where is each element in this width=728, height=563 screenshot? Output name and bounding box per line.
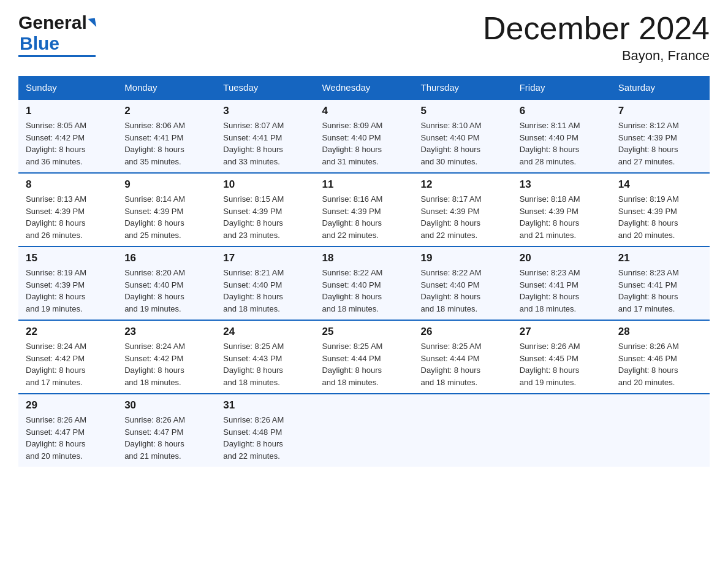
- calendar-cell: 11 Sunrise: 8:16 AM Sunset: 4:39 PM Dayl…: [314, 173, 413, 247]
- day-number: 31: [223, 399, 307, 412]
- calendar-week-row: 1 Sunrise: 8:05 AM Sunset: 4:42 PM Dayli…: [18, 99, 710, 173]
- day-info: Sunrise: 8:13 AM Sunset: 4:39 PM Dayligh…: [26, 193, 110, 241]
- calendar-week-row: 22 Sunrise: 8:24 AM Sunset: 4:42 PM Dayl…: [18, 320, 710, 394]
- day-number: 1: [26, 105, 110, 117]
- day-info: Sunrise: 8:23 AM Sunset: 4:41 PM Dayligh…: [618, 267, 702, 315]
- day-number: 27: [520, 326, 604, 338]
- day-info: Sunrise: 8:18 AM Sunset: 4:39 PM Dayligh…: [520, 193, 604, 241]
- day-number: 23: [124, 326, 208, 338]
- page-header: General Blue December 2024 Bayon, France: [18, 12, 710, 64]
- calendar-cell: 28 Sunrise: 8:26 AM Sunset: 4:46 PM Dayl…: [611, 320, 710, 394]
- calendar-cell: 7 Sunrise: 8:12 AM Sunset: 4:39 PM Dayli…: [611, 99, 710, 173]
- calendar-cell: [512, 394, 611, 467]
- day-number: 15: [26, 252, 110, 264]
- col-header-monday: Monday: [117, 76, 216, 99]
- logo-underline: [18, 55, 96, 57]
- title-area: December 2024 Bayon, France: [483, 12, 710, 64]
- calendar-cell: 19 Sunrise: 8:22 AM Sunset: 4:40 PM Dayl…: [414, 247, 512, 320]
- calendar-cell: 16 Sunrise: 8:20 AM Sunset: 4:40 PM Dayl…: [117, 247, 216, 320]
- calendar-cell: 27 Sunrise: 8:26 AM Sunset: 4:45 PM Dayl…: [512, 320, 611, 394]
- calendar-cell: [414, 394, 512, 467]
- day-number: 14: [618, 178, 702, 191]
- calendar-cell: 8 Sunrise: 8:13 AM Sunset: 4:39 PM Dayli…: [18, 173, 117, 247]
- day-number: 9: [124, 178, 208, 191]
- col-header-friday: Friday: [512, 76, 611, 99]
- calendar-week-row: 29 Sunrise: 8:26 AM Sunset: 4:47 PM Dayl…: [18, 394, 710, 467]
- day-info: Sunrise: 8:10 AM Sunset: 4:40 PM Dayligh…: [421, 120, 505, 167]
- calendar-cell: 23 Sunrise: 8:24 AM Sunset: 4:42 PM Dayl…: [117, 320, 216, 394]
- day-info: Sunrise: 8:07 AM Sunset: 4:41 PM Dayligh…: [223, 120, 307, 167]
- day-number: 4: [322, 105, 406, 117]
- calendar-cell: 6 Sunrise: 8:11 AM Sunset: 4:40 PM Dayli…: [512, 99, 611, 173]
- col-header-wednesday: Wednesday: [314, 76, 413, 99]
- day-number: 24: [223, 326, 307, 338]
- day-number: 12: [421, 178, 505, 191]
- location: Bayon, France: [483, 48, 710, 64]
- calendar-cell: 13 Sunrise: 8:18 AM Sunset: 4:39 PM Dayl…: [512, 173, 611, 247]
- calendar-cell: 31 Sunrise: 8:26 AM Sunset: 4:48 PM Dayl…: [216, 394, 314, 467]
- day-info: Sunrise: 8:26 AM Sunset: 4:45 PM Dayligh…: [520, 340, 604, 388]
- col-header-sunday: Sunday: [18, 76, 117, 99]
- day-number: 20: [520, 252, 604, 264]
- calendar-cell: 12 Sunrise: 8:17 AM Sunset: 4:39 PM Dayl…: [414, 173, 512, 247]
- day-number: 5: [421, 105, 505, 117]
- day-number: 13: [520, 178, 604, 191]
- day-info: Sunrise: 8:06 AM Sunset: 4:41 PM Dayligh…: [124, 120, 208, 167]
- calendar-cell: 18 Sunrise: 8:22 AM Sunset: 4:40 PM Dayl…: [314, 247, 413, 320]
- calendar-cell: [314, 394, 413, 467]
- day-info: Sunrise: 8:26 AM Sunset: 4:46 PM Dayligh…: [618, 340, 702, 388]
- calendar-cell: 21 Sunrise: 8:23 AM Sunset: 4:41 PM Dayl…: [611, 247, 710, 320]
- logo-arrow-icon: [88, 18, 96, 28]
- day-number: 28: [618, 326, 702, 338]
- day-number: 22: [26, 326, 110, 338]
- calendar-cell: 30 Sunrise: 8:26 AM Sunset: 4:47 PM Dayl…: [117, 394, 216, 467]
- day-info: Sunrise: 8:15 AM Sunset: 4:39 PM Dayligh…: [223, 193, 307, 241]
- day-info: Sunrise: 8:12 AM Sunset: 4:39 PM Dayligh…: [618, 120, 702, 167]
- day-info: Sunrise: 8:26 AM Sunset: 4:48 PM Dayligh…: [223, 414, 307, 462]
- calendar-cell: 5 Sunrise: 8:10 AM Sunset: 4:40 PM Dayli…: [414, 99, 512, 173]
- col-header-thursday: Thursday: [414, 76, 512, 99]
- col-header-tuesday: Tuesday: [216, 76, 314, 99]
- day-number: 16: [124, 252, 208, 264]
- calendar-cell: 4 Sunrise: 8:09 AM Sunset: 4:40 PM Dayli…: [314, 99, 413, 173]
- day-info: Sunrise: 8:22 AM Sunset: 4:40 PM Dayligh…: [421, 267, 505, 315]
- calendar-cell: 1 Sunrise: 8:05 AM Sunset: 4:42 PM Dayli…: [18, 99, 117, 173]
- day-info: Sunrise: 8:25 AM Sunset: 4:43 PM Dayligh…: [223, 340, 307, 388]
- day-number: 18: [322, 252, 406, 264]
- day-number: 26: [421, 326, 505, 338]
- day-info: Sunrise: 8:24 AM Sunset: 4:42 PM Dayligh…: [124, 340, 208, 388]
- calendar-cell: 24 Sunrise: 8:25 AM Sunset: 4:43 PM Dayl…: [216, 320, 314, 394]
- day-info: Sunrise: 8:19 AM Sunset: 4:39 PM Dayligh…: [618, 193, 702, 241]
- calendar-cell: 25 Sunrise: 8:25 AM Sunset: 4:44 PM Dayl…: [314, 320, 413, 394]
- day-info: Sunrise: 8:14 AM Sunset: 4:39 PM Dayligh…: [124, 193, 208, 241]
- logo: General Blue: [18, 12, 96, 57]
- calendar-cell: [611, 394, 710, 467]
- day-number: 7: [618, 105, 702, 117]
- col-header-saturday: Saturday: [611, 76, 710, 99]
- day-number: 25: [322, 326, 406, 338]
- day-info: Sunrise: 8:05 AM Sunset: 4:42 PM Dayligh…: [26, 120, 110, 167]
- calendar-header-row: SundayMondayTuesdayWednesdayThursdayFrid…: [18, 76, 710, 99]
- logo-blue-text: Blue: [20, 33, 59, 54]
- day-number: 8: [26, 178, 110, 191]
- day-info: Sunrise: 8:16 AM Sunset: 4:39 PM Dayligh…: [322, 193, 406, 241]
- day-info: Sunrise: 8:17 AM Sunset: 4:39 PM Dayligh…: [421, 193, 505, 241]
- calendar-week-row: 15 Sunrise: 8:19 AM Sunset: 4:39 PM Dayl…: [18, 247, 710, 320]
- day-number: 10: [223, 178, 307, 191]
- calendar-cell: 9 Sunrise: 8:14 AM Sunset: 4:39 PM Dayli…: [117, 173, 216, 247]
- day-number: 17: [223, 252, 307, 264]
- day-number: 6: [520, 105, 604, 117]
- day-number: 3: [223, 105, 307, 117]
- day-info: Sunrise: 8:20 AM Sunset: 4:40 PM Dayligh…: [124, 267, 208, 315]
- day-info: Sunrise: 8:19 AM Sunset: 4:39 PM Dayligh…: [26, 267, 110, 315]
- day-info: Sunrise: 8:21 AM Sunset: 4:40 PM Dayligh…: [223, 267, 307, 315]
- calendar-week-row: 8 Sunrise: 8:13 AM Sunset: 4:39 PM Dayli…: [18, 173, 710, 247]
- calendar-cell: 2 Sunrise: 8:06 AM Sunset: 4:41 PM Dayli…: [117, 99, 216, 173]
- calendar-cell: 14 Sunrise: 8:19 AM Sunset: 4:39 PM Dayl…: [611, 173, 710, 247]
- calendar-cell: 29 Sunrise: 8:26 AM Sunset: 4:47 PM Dayl…: [18, 394, 117, 467]
- day-number: 11: [322, 178, 406, 191]
- day-number: 19: [421, 252, 505, 264]
- calendar-cell: 20 Sunrise: 8:23 AM Sunset: 4:41 PM Dayl…: [512, 247, 611, 320]
- day-info: Sunrise: 8:26 AM Sunset: 4:47 PM Dayligh…: [26, 414, 110, 462]
- day-number: 29: [26, 399, 110, 412]
